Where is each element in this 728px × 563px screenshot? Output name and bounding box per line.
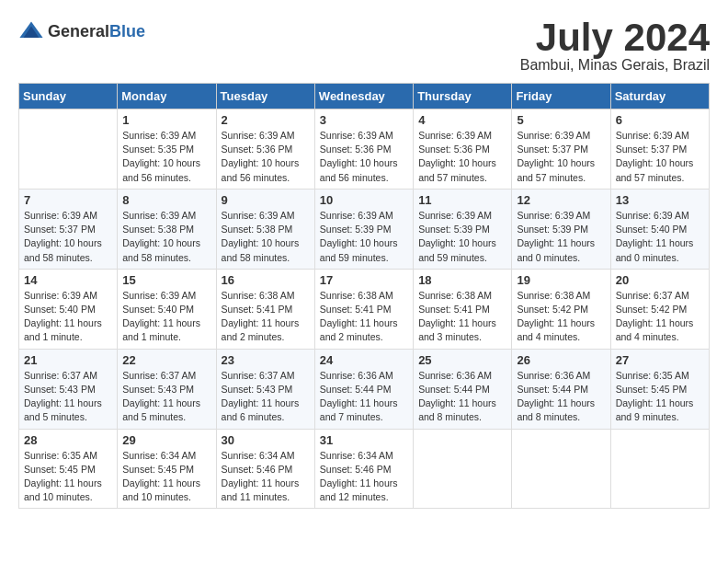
calendar-week-2: 7Sunrise: 6:39 AMSunset: 5:37 PMDaylight… bbox=[19, 189, 710, 269]
day-info: Sunrise: 6:38 AMSunset: 5:41 PMDaylight:… bbox=[418, 289, 506, 345]
day-number: 7 bbox=[24, 193, 112, 207]
calendar-cell: 24Sunrise: 6:36 AMSunset: 5:44 PMDayligh… bbox=[314, 349, 413, 429]
calendar-week-3: 14Sunrise: 6:39 AMSunset: 5:40 PMDayligh… bbox=[19, 269, 710, 349]
calendar-week-5: 28Sunrise: 6:35 AMSunset: 5:45 PMDayligh… bbox=[19, 429, 710, 509]
day-info: Sunrise: 6:39 AMSunset: 5:38 PMDaylight:… bbox=[122, 209, 210, 265]
day-info: Sunrise: 6:39 AMSunset: 5:37 PMDaylight:… bbox=[24, 209, 112, 265]
day-number: 26 bbox=[517, 353, 605, 367]
day-info: Sunrise: 6:37 AMSunset: 5:43 PMDaylight:… bbox=[24, 369, 112, 425]
calendar-cell bbox=[512, 429, 610, 509]
day-number: 27 bbox=[616, 353, 704, 367]
logo-text: GeneralBlue bbox=[48, 22, 145, 41]
day-info: Sunrise: 6:39 AMSunset: 5:39 PMDaylight:… bbox=[320, 209, 408, 265]
calendar-cell bbox=[19, 109, 118, 190]
calendar-cell: 26Sunrise: 6:36 AMSunset: 5:44 PMDayligh… bbox=[512, 349, 610, 429]
logo-general: General bbox=[48, 22, 109, 40]
day-info: Sunrise: 6:39 AMSunset: 5:39 PMDaylight:… bbox=[418, 209, 506, 265]
calendar-cell bbox=[414, 429, 512, 509]
day-number: 8 bbox=[122, 193, 210, 207]
calendar-cell bbox=[610, 429, 709, 509]
day-number: 2 bbox=[222, 113, 310, 127]
day-info: Sunrise: 6:38 AMSunset: 5:41 PMDaylight:… bbox=[222, 289, 310, 345]
calendar-week-4: 21Sunrise: 6:37 AMSunset: 5:43 PMDayligh… bbox=[19, 349, 710, 429]
day-info: Sunrise: 6:39 AMSunset: 5:36 PMDaylight:… bbox=[418, 129, 506, 185]
header-thursday: Thursday bbox=[414, 84, 512, 109]
calendar-cell: 19Sunrise: 6:38 AMSunset: 5:42 PMDayligh… bbox=[512, 269, 610, 349]
calendar-cell: 8Sunrise: 6:39 AMSunset: 5:38 PMDaylight… bbox=[118, 189, 216, 269]
day-info: Sunrise: 6:39 AMSunset: 5:36 PMDaylight:… bbox=[222, 129, 310, 185]
calendar-cell: 22Sunrise: 6:37 AMSunset: 5:43 PMDayligh… bbox=[118, 349, 216, 429]
title-section: July 2024 Bambui, Minas Gerais, Brazil bbox=[520, 18, 710, 74]
day-info: Sunrise: 6:39 AMSunset: 5:36 PMDaylight:… bbox=[320, 129, 408, 185]
day-info: Sunrise: 6:39 AMSunset: 5:40 PMDaylight:… bbox=[24, 289, 112, 345]
day-info: Sunrise: 6:36 AMSunset: 5:44 PMDaylight:… bbox=[320, 369, 408, 425]
calendar-cell: 14Sunrise: 6:39 AMSunset: 5:40 PMDayligh… bbox=[19, 269, 118, 349]
day-info: Sunrise: 6:36 AMSunset: 5:44 PMDaylight:… bbox=[517, 369, 605, 425]
calendar-cell: 23Sunrise: 6:37 AMSunset: 5:43 PMDayligh… bbox=[216, 349, 314, 429]
calendar-cell: 1Sunrise: 6:39 AMSunset: 5:35 PMDaylight… bbox=[118, 109, 216, 190]
day-number: 18 bbox=[418, 273, 506, 287]
day-number: 3 bbox=[320, 113, 408, 127]
day-info: Sunrise: 6:39 AMSunset: 5:37 PMDaylight:… bbox=[517, 129, 605, 185]
calendar-cell: 12Sunrise: 6:39 AMSunset: 5:39 PMDayligh… bbox=[512, 189, 610, 269]
day-info: Sunrise: 6:39 AMSunset: 5:38 PMDaylight:… bbox=[222, 209, 310, 265]
calendar-cell: 2Sunrise: 6:39 AMSunset: 5:36 PMDaylight… bbox=[216, 109, 314, 190]
calendar-cell: 13Sunrise: 6:39 AMSunset: 5:40 PMDayligh… bbox=[610, 189, 709, 269]
day-number: 19 bbox=[517, 273, 605, 287]
day-info: Sunrise: 6:34 AMSunset: 5:46 PMDaylight:… bbox=[222, 449, 310, 505]
calendar-cell: 25Sunrise: 6:36 AMSunset: 5:44 PMDayligh… bbox=[414, 349, 512, 429]
day-number: 10 bbox=[320, 193, 408, 207]
day-number: 30 bbox=[222, 433, 310, 447]
day-number: 13 bbox=[616, 193, 704, 207]
header-sunday: Sunday bbox=[19, 84, 118, 109]
day-info: Sunrise: 6:39 AMSunset: 5:39 PMDaylight:… bbox=[517, 209, 605, 265]
day-number: 16 bbox=[222, 273, 310, 287]
calendar-cell: 28Sunrise: 6:35 AMSunset: 5:45 PMDayligh… bbox=[19, 429, 118, 509]
calendar-cell: 27Sunrise: 6:35 AMSunset: 5:45 PMDayligh… bbox=[610, 349, 709, 429]
location-subtitle: Bambui, Minas Gerais, Brazil bbox=[520, 57, 710, 74]
calendar-cell: 7Sunrise: 6:39 AMSunset: 5:37 PMDaylight… bbox=[19, 189, 118, 269]
day-info: Sunrise: 6:39 AMSunset: 5:35 PMDaylight:… bbox=[122, 129, 210, 185]
day-info: Sunrise: 6:35 AMSunset: 5:45 PMDaylight:… bbox=[616, 369, 704, 425]
page-header: GeneralBlue July 2024 Bambui, Minas Gera… bbox=[18, 18, 710, 74]
day-number: 29 bbox=[122, 433, 210, 447]
calendar-cell: 31Sunrise: 6:34 AMSunset: 5:46 PMDayligh… bbox=[314, 429, 413, 509]
day-number: 9 bbox=[222, 193, 310, 207]
calendar-header-row: SundayMondayTuesdayWednesdayThursdayFrid… bbox=[19, 84, 710, 109]
header-saturday: Saturday bbox=[610, 84, 709, 109]
day-number: 15 bbox=[122, 273, 210, 287]
day-number: 28 bbox=[24, 433, 112, 447]
calendar-table: SundayMondayTuesdayWednesdayThursdayFrid… bbox=[18, 83, 710, 509]
header-friday: Friday bbox=[512, 84, 610, 109]
logo: GeneralBlue bbox=[18, 18, 145, 44]
calendar-week-1: 1Sunrise: 6:39 AMSunset: 5:35 PMDaylight… bbox=[19, 109, 710, 190]
calendar-cell: 18Sunrise: 6:38 AMSunset: 5:41 PMDayligh… bbox=[414, 269, 512, 349]
day-info: Sunrise: 6:38 AMSunset: 5:42 PMDaylight:… bbox=[517, 289, 605, 345]
header-tuesday: Tuesday bbox=[216, 84, 314, 109]
day-number: 24 bbox=[320, 353, 408, 367]
day-number: 1 bbox=[122, 113, 210, 127]
day-number: 12 bbox=[517, 193, 605, 207]
day-info: Sunrise: 6:37 AMSunset: 5:42 PMDaylight:… bbox=[616, 289, 704, 345]
day-number: 23 bbox=[222, 353, 310, 367]
day-info: Sunrise: 6:39 AMSunset: 5:37 PMDaylight:… bbox=[616, 129, 704, 185]
header-wednesday: Wednesday bbox=[314, 84, 413, 109]
day-info: Sunrise: 6:39 AMSunset: 5:40 PMDaylight:… bbox=[122, 289, 210, 345]
calendar-cell: 30Sunrise: 6:34 AMSunset: 5:46 PMDayligh… bbox=[216, 429, 314, 509]
calendar-cell: 3Sunrise: 6:39 AMSunset: 5:36 PMDaylight… bbox=[314, 109, 413, 190]
calendar-cell: 6Sunrise: 6:39 AMSunset: 5:37 PMDaylight… bbox=[610, 109, 709, 190]
calendar-cell: 9Sunrise: 6:39 AMSunset: 5:38 PMDaylight… bbox=[216, 189, 314, 269]
day-info: Sunrise: 6:36 AMSunset: 5:44 PMDaylight:… bbox=[418, 369, 506, 425]
day-number: 22 bbox=[122, 353, 210, 367]
logo-icon bbox=[18, 18, 44, 44]
calendar-cell: 15Sunrise: 6:39 AMSunset: 5:40 PMDayligh… bbox=[118, 269, 216, 349]
day-number: 14 bbox=[24, 273, 112, 287]
day-info: Sunrise: 6:37 AMSunset: 5:43 PMDaylight:… bbox=[122, 369, 210, 425]
day-number: 5 bbox=[517, 113, 605, 127]
calendar-cell: 5Sunrise: 6:39 AMSunset: 5:37 PMDaylight… bbox=[512, 109, 610, 190]
calendar-cell: 16Sunrise: 6:38 AMSunset: 5:41 PMDayligh… bbox=[216, 269, 314, 349]
day-info: Sunrise: 6:34 AMSunset: 5:46 PMDaylight:… bbox=[320, 449, 408, 505]
day-info: Sunrise: 6:37 AMSunset: 5:43 PMDaylight:… bbox=[222, 369, 310, 425]
day-number: 4 bbox=[418, 113, 506, 127]
day-number: 17 bbox=[320, 273, 408, 287]
